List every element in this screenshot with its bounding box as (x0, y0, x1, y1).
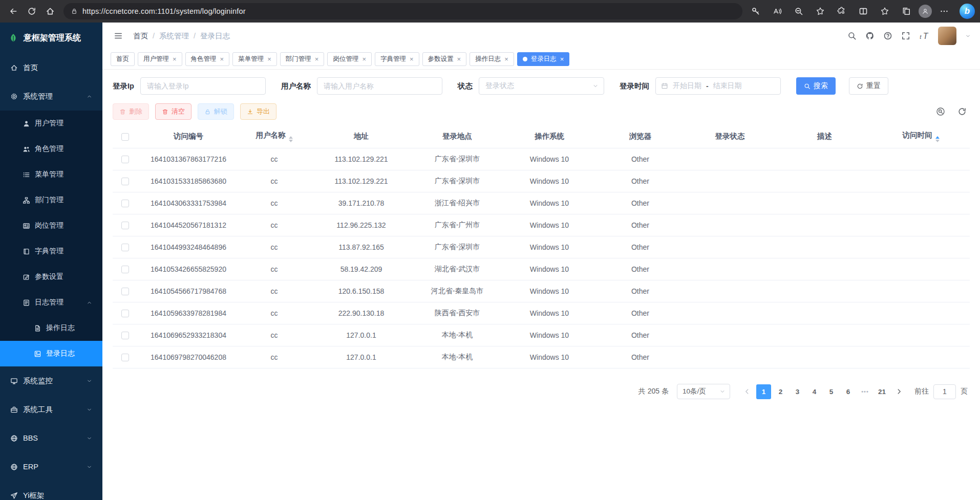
sidebar-item-erp[interactable]: ERP (0, 452, 102, 481)
sidebar-item-bbs[interactable]: BBS (0, 424, 102, 452)
sidebar-item-departments[interactable]: 部门管理 (0, 187, 102, 213)
page-button-4[interactable]: 4 (807, 384, 822, 399)
favorite-add-button[interactable] (811, 3, 829, 20)
tab-home[interactable]: 首页 (111, 52, 135, 66)
sort-control[interactable] (935, 136, 940, 142)
sidebar-item-logs[interactable]: 日志管理 (0, 290, 102, 315)
unlock-button[interactable]: 解锁 (198, 103, 234, 120)
tab-menu-mgmt[interactable]: 菜单管理× (232, 52, 277, 66)
toggle-search-button[interactable] (936, 107, 945, 116)
sidebar-item-system[interactable]: 系统管理 (0, 82, 102, 111)
col-visit-time[interactable]: 访问时间 (872, 125, 970, 148)
copilot-button[interactable]: b (960, 4, 975, 19)
help-button[interactable] (883, 31, 892, 40)
row-checkbox[interactable] (121, 200, 129, 207)
chevron-down-icon[interactable] (965, 33, 971, 39)
ip-input[interactable] (140, 77, 266, 95)
reset-button[interactable]: 重置 (849, 77, 888, 95)
row-checkbox[interactable] (121, 354, 129, 361)
tab-param-settings[interactable]: 参数设置× (422, 52, 467, 66)
page-button-21[interactable]: 21 (875, 384, 889, 399)
row-checkbox[interactable] (121, 288, 129, 295)
browser-profile-button[interactable] (919, 5, 932, 18)
refresh-table-button[interactable] (957, 107, 967, 116)
clear-button[interactable]: 清空 (155, 103, 191, 120)
sidebar-item-home[interactable]: 首页 (0, 53, 102, 82)
page-size-select[interactable]: 10条/页 (677, 384, 730, 399)
extensions-button[interactable] (833, 3, 851, 20)
sidebar-item-monitor[interactable]: 系统监控 (0, 366, 102, 395)
next-page-button[interactable] (891, 384, 906, 399)
row-checkbox[interactable] (121, 156, 129, 163)
col-user-name[interactable]: 用户名称 (240, 125, 309, 148)
close-icon[interactable]: × (315, 56, 319, 62)
row-checkbox[interactable] (121, 222, 129, 229)
close-icon[interactable]: × (410, 56, 414, 62)
sidebar-item-operation-log[interactable]: 操作日志 (0, 315, 102, 341)
page-button-6[interactable]: 6 (841, 384, 856, 399)
breadcrumb-system[interactable]: 系统管理 (159, 31, 189, 41)
row-checkbox[interactable] (121, 266, 129, 273)
close-icon[interactable]: × (560, 56, 564, 62)
browser-back-button[interactable] (4, 3, 23, 20)
collections-button[interactable] (897, 3, 915, 20)
github-button[interactable] (865, 31, 875, 40)
row-checkbox[interactable] (121, 332, 129, 339)
tab-operation-log[interactable]: 操作日志× (470, 52, 514, 66)
sort-control[interactable] (289, 136, 293, 142)
sidebar-item-tools[interactable]: 系统工具 (0, 395, 102, 424)
sidebar-toggle-button[interactable] (114, 31, 123, 40)
close-icon[interactable]: × (267, 56, 271, 62)
page-button-3[interactable]: 3 (790, 384, 805, 399)
close-icon[interactable]: × (457, 56, 461, 62)
user-avatar[interactable] (938, 27, 956, 45)
favorites-button[interactable] (876, 3, 894, 20)
date-range-picker[interactable]: 开始日期 - 结束日期 (655, 77, 781, 95)
zoom-button[interactable] (790, 3, 808, 20)
fullscreen-button[interactable] (901, 31, 910, 40)
close-icon[interactable]: × (220, 56, 224, 62)
sidebar-item-yi-framework[interactable]: Yi框架 (0, 481, 102, 500)
close-icon[interactable]: × (504, 56, 508, 62)
sidebar-item-dictionaries[interactable]: 字典管理 (0, 238, 102, 264)
header-search-button[interactable] (847, 31, 857, 40)
close-icon[interactable]: × (173, 56, 177, 62)
user-name-input[interactable] (317, 77, 442, 95)
password-button[interactable] (747, 3, 765, 20)
prev-page-button[interactable] (739, 384, 754, 399)
page-button-2[interactable]: 2 (773, 384, 788, 399)
browser-home-button[interactable] (41, 3, 59, 20)
goto-page-input[interactable] (933, 384, 956, 399)
tab-dept-mgmt[interactable]: 部门管理× (280, 52, 325, 66)
tab-login-log[interactable]: 登录日志× (517, 52, 570, 66)
delete-button[interactable]: 删除 (113, 103, 149, 120)
page-button-1[interactable]: 1 (756, 384, 771, 399)
sidebar-item-posts[interactable]: 岗位管理 (0, 213, 102, 238)
read-aloud-button[interactable] (768, 3, 786, 20)
browser-menu-button[interactable] (935, 3, 953, 20)
status-select[interactable]: 登录状态 (479, 77, 604, 95)
tab-dict-mgmt[interactable]: 字典管理× (375, 52, 419, 66)
browser-refresh-button[interactable] (23, 3, 41, 20)
row-checkbox[interactable] (121, 310, 129, 317)
sidebar-item-login-log[interactable]: 登录日志 (0, 341, 102, 366)
sidebar-item-roles[interactable]: 角色管理 (0, 136, 102, 162)
breadcrumb-home[interactable]: 首页 (133, 31, 148, 41)
sidebar-item-menus[interactable]: 菜单管理 (0, 162, 102, 187)
more-pages-button[interactable]: ••• (858, 384, 872, 399)
tab-post-mgmt[interactable]: 岗位管理× (327, 52, 372, 66)
row-checkbox[interactable] (121, 178, 129, 185)
select-all-checkbox[interactable] (121, 133, 129, 141)
search-button[interactable]: 搜索 (796, 77, 836, 95)
address-bar[interactable]: https://ccnetcore.com:1101/system/log/lo… (63, 3, 742, 19)
close-icon[interactable]: × (362, 56, 366, 62)
page-button-5[interactable]: 5 (824, 384, 839, 399)
tab-user-mgmt[interactable]: 用户管理× (138, 52, 182, 66)
export-button[interactable]: 导出 (240, 103, 276, 120)
tab-role-mgmt[interactable]: 角色管理× (185, 52, 230, 66)
font-size-button[interactable]: tT (919, 31, 929, 41)
split-screen-button[interactable] (854, 3, 872, 20)
row-checkbox[interactable] (121, 244, 129, 251)
sidebar-item-parameters[interactable]: 参数设置 (0, 264, 102, 290)
sidebar-item-users[interactable]: 用户管理 (0, 111, 102, 136)
